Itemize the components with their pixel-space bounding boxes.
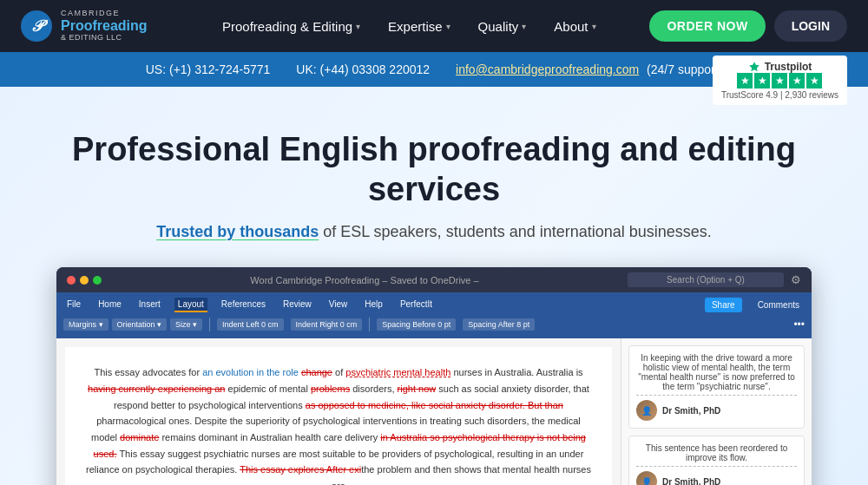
- comment-card-2: This sentence has been reordered to impr…: [628, 436, 805, 485]
- spacing-after-dropdown[interactable]: Spacing After 8 pt: [463, 318, 535, 331]
- comment-text-2: This sentence has been reordered to impr…: [636, 443, 797, 462]
- menu-layout[interactable]: Layout: [174, 298, 207, 312]
- minimize-window-button[interactable]: [80, 276, 89, 285]
- email-address[interactable]: info@cambridgeproofreading.com: [456, 62, 639, 76]
- close-window-button[interactable]: [67, 276, 76, 285]
- support-text: (24/7 support): [647, 62, 722, 76]
- comment-card-1: In keeping with the drive toward a more …: [628, 345, 805, 429]
- menu-insert[interactable]: Insert: [135, 298, 164, 312]
- comments-button[interactable]: Comments: [753, 298, 805, 312]
- word-ribbon: File Home Insert Layout References Revie…: [56, 292, 812, 338]
- menu-references[interactable]: References: [218, 298, 269, 312]
- nav-expertise[interactable]: Expertise ▾: [376, 12, 463, 41]
- nav-about[interactable]: About ▾: [542, 12, 608, 41]
- comment-author-2: 👤 Dr Smith, PhD: [636, 471, 797, 485]
- hero-section: Professional English proofreading and ed…: [0, 87, 868, 485]
- email-link[interactable]: info@cambridgeproofreading.com (24/7 sup…: [456, 62, 722, 76]
- toolbar-separator-2: [369, 318, 370, 331]
- trusted-by-thousands: Trusted by thousands: [156, 223, 319, 240]
- hero-subtitle: Trusted by thousands of ESL speakers, st…: [35, 223, 833, 241]
- more-options-icon[interactable]: •••: [793, 318, 805, 331]
- chevron-down-icon: ▾: [522, 22, 526, 31]
- nav-links: Proofreading & Editing ▾ Expertise ▾ Qua…: [168, 12, 649, 41]
- spacing-before-dropdown[interactable]: Spacing Before 0 pt: [377, 318, 456, 331]
- logo-editing: & EDITING LLC: [61, 34, 148, 43]
- star-3: ★: [772, 73, 787, 88]
- comment-text-1: In keeping with the drive toward a more …: [636, 353, 797, 391]
- star-1: ★: [737, 73, 753, 88]
- menu-home[interactable]: Home: [95, 298, 125, 312]
- login-button[interactable]: LOGIN: [774, 10, 847, 42]
- comment-author-1: 👤 Dr Smith, PhD: [636, 400, 797, 421]
- menu-view[interactable]: View: [326, 298, 352, 312]
- maximize-window-button[interactable]: [93, 276, 102, 285]
- size-dropdown[interactable]: Size ▾: [170, 318, 202, 331]
- author-name-1: Dr Smith, PhD: [662, 406, 720, 416]
- chevron-down-icon: ▾: [446, 22, 450, 31]
- settings-icon[interactable]: ⚙: [791, 273, 801, 286]
- hero-title: Professional English proofreading and ed…: [35, 130, 833, 209]
- word-search-bar[interactable]: Search (Option + Q): [628, 272, 784, 287]
- toolbar-separator: [209, 318, 210, 331]
- orientation-dropdown[interactable]: Orientation ▾: [112, 318, 168, 331]
- order-now-button[interactable]: ORDER NOW: [649, 10, 765, 42]
- logo-icon: 𝒫: [21, 10, 52, 42]
- us-phone: US: (+1) 312-724-5771: [146, 62, 271, 76]
- logo-proofreading: Proofreading: [61, 18, 148, 34]
- comments-panel: In keeping with the drive toward a more …: [621, 338, 812, 485]
- margins-dropdown[interactable]: Margins ▾: [63, 318, 108, 331]
- indent-left-dropdown[interactable]: Indent Left 0 cm: [217, 318, 284, 331]
- avatar-1: 👤: [636, 400, 657, 421]
- chevron-down-icon: ▾: [592, 22, 596, 31]
- word-menu-bar: File Home Insert Layout References Revie…: [56, 296, 812, 314]
- nav-actions: ORDER NOW LOGIN: [649, 10, 847, 42]
- word-toolbar: Margins ▾ Orientation ▾ Size ▾ Indent Le…: [56, 314, 812, 335]
- window-controls: [67, 276, 102, 285]
- menu-perfectit[interactable]: PerfectIt: [397, 298, 436, 312]
- info-bar: US: (+1) 312-724-5771 UK: (+44) 03308 22…: [0, 52, 868, 87]
- author-name-2: Dr Smith, PhD: [662, 477, 720, 485]
- star-2: ★: [754, 73, 770, 88]
- nav-proofreading-editing[interactable]: Proofreading & Editing ▾: [210, 12, 372, 41]
- indent-right-dropdown[interactable]: Indent Right 0 cm: [291, 318, 363, 331]
- chevron-down-icon: ▾: [356, 22, 360, 31]
- word-document-preview: Word Cambridge Proofreading – Saved to O…: [56, 267, 812, 485]
- menu-review[interactable]: Review: [279, 298, 315, 312]
- document-page: This essay advocates for an evolution in…: [65, 347, 612, 485]
- logo-cambridge: CAMBRIDGE: [61, 10, 148, 18]
- logo[interactable]: 𝒫 CAMBRIDGE Proofreading & EDITING LLC: [21, 10, 168, 42]
- navbar: 𝒫 CAMBRIDGE Proofreading & EDITING LLC P…: [0, 0, 868, 52]
- hero-subtitle-rest: of ESL speakers, students and internatio…: [323, 223, 712, 240]
- menu-help[interactable]: Help: [361, 298, 386, 312]
- trustpilot-score: TrustScore 4.9 | 2,930 reviews: [721, 90, 838, 100]
- avatar-2: 👤: [636, 471, 657, 485]
- trustpilot-logo-icon: [748, 61, 760, 73]
- trustpilot-stars: ★ ★ ★ ★ ★: [737, 73, 822, 88]
- star-4: ★: [789, 73, 805, 88]
- share-button[interactable]: Share: [705, 298, 742, 312]
- nav-quality[interactable]: Quality ▾: [466, 12, 539, 41]
- menu-file[interactable]: File: [63, 298, 84, 312]
- word-titlebar: Word Cambridge Proofreading – Saved to O…: [56, 267, 812, 292]
- trustpilot-label: Trustpilot: [765, 61, 812, 73]
- trustpilot-widget[interactable]: Trustpilot ★ ★ ★ ★ ★ TrustScore 4.9 | 2,…: [713, 56, 847, 105]
- word-title-text: Word Cambridge Proofreading – Saved to O…: [108, 275, 621, 285]
- uk-phone: UK: (+44) 03308 220012: [296, 62, 430, 76]
- word-body: This essay advocates for an evolution in…: [56, 338, 812, 485]
- star-5: ★: [806, 73, 822, 88]
